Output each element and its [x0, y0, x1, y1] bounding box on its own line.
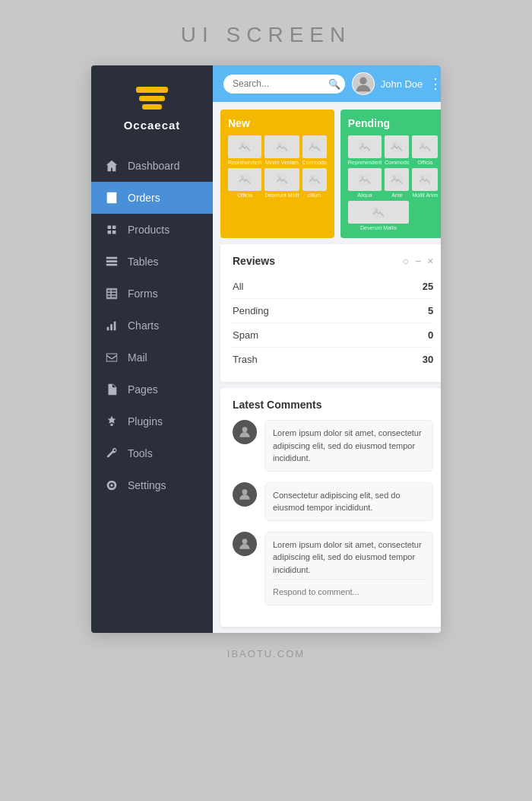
sidebar-item-products[interactable]: Products	[91, 214, 213, 246]
nav-list: Dashboard Orders Products	[91, 150, 213, 501]
card-img-item: Commodo	[385, 135, 409, 165]
card-img-item: cillum	[302, 168, 327, 198]
review-label-trash: Trash	[233, 354, 258, 365]
sidebar-label-dashboard: Dashboard	[128, 160, 180, 172]
card-img-item: Officia	[412, 135, 438, 165]
svg-point-36	[421, 176, 424, 179]
card-img-placeholder	[302, 135, 327, 158]
search-icon: 🔍	[328, 78, 340, 90]
search-box[interactable]: 🔍	[223, 75, 345, 94]
svg-point-38	[375, 208, 378, 211]
sidebar-label-charts: Charts	[128, 319, 159, 332]
mail-icon	[105, 351, 119, 364]
logo-text: Occaecat	[124, 119, 181, 132]
cards-row: New Reprehenderit Minim Veni	[213, 102, 441, 244]
tables-icon	[105, 255, 119, 269]
respond-area[interactable]	[273, 579, 425, 599]
card-img-placeholder	[385, 135, 409, 158]
comments-title: Latest Comments	[233, 399, 433, 411]
comment-bubble-3: Lorem ipsum dolor sit amet, consectetur …	[264, 532, 433, 606]
logo-stripe-1	[136, 87, 168, 93]
svg-point-12	[359, 78, 366, 84]
review-count-pending: 5	[428, 305, 433, 316]
card-pending[interactable]: Pending Reprehenderit Commod	[340, 110, 441, 238]
svg-point-30	[421, 143, 424, 146]
review-row-trash: Trash 30	[233, 348, 433, 371]
card-img-caption: Deverunt Mallis	[348, 225, 410, 230]
more-options-icon[interactable]: ⋮	[429, 75, 441, 92]
card-img-caption: Mollit Anim	[412, 192, 438, 198]
svg-rect-7	[107, 327, 109, 331]
card-img-placeholder	[348, 201, 410, 224]
sidebar-label-products: Products	[128, 224, 169, 236]
svg-point-20	[241, 176, 244, 179]
settings-icon	[105, 478, 119, 492]
comment-item-3: Lorem ipsum dolor sit amet, consectetur …	[233, 532, 433, 606]
comment-item-1: Lorem ipsum dolor sit amet, consectetur …	[233, 420, 433, 472]
card-img-placeholder	[412, 135, 438, 158]
card-img-placeholder	[302, 168, 327, 191]
comments-section: Latest Comments Lorem ipsum dolor sit am…	[220, 388, 441, 627]
svg-rect-2	[109, 197, 114, 198]
comment-avatar-1	[233, 420, 257, 444]
card-img-caption: cillum	[302, 192, 327, 198]
card-img-placeholder	[264, 168, 299, 191]
card-pending-images: Reprehenderit Commodo Offi	[348, 135, 439, 230]
card-img-caption: Reprehenderit	[228, 160, 261, 165]
card-img-placeholder	[228, 135, 261, 158]
comment-bubble-1: Lorem ipsum dolor sit amet, consectetur …	[264, 420, 433, 472]
forms-icon	[105, 287, 119, 300]
svg-point-26	[361, 143, 364, 146]
card-img-caption: Deserunt Molit	[264, 192, 299, 198]
card-img-caption: Officia	[228, 192, 261, 198]
home-icon	[105, 159, 119, 173]
sidebar-item-tables[interactable]: Tables	[91, 246, 213, 278]
svg-rect-8	[110, 324, 112, 330]
sidebar-label-tools: Tools	[128, 447, 153, 459]
review-label-all: All	[233, 281, 243, 292]
minimize-control[interactable]: −	[415, 255, 421, 267]
sidebar-item-tools[interactable]: Tools	[91, 437, 213, 469]
search-input[interactable]	[233, 78, 324, 89]
comment-bubble-2: Consectetur adipiscing elit, sed do eius…	[264, 482, 433, 521]
card-img-item: Reprehenderit	[348, 135, 382, 165]
svg-point-40	[242, 489, 248, 494]
svg-rect-1	[109, 195, 114, 195]
card-img-placeholder	[385, 168, 409, 191]
sidebar-label-tables: Tables	[128, 256, 158, 268]
sidebar-item-charts[interactable]: Charts	[91, 310, 213, 342]
sidebar-item-pages[interactable]: Pages	[91, 373, 213, 405]
svg-rect-3	[109, 199, 112, 200]
card-new[interactable]: New Reprehenderit Minim Veni	[220, 110, 334, 238]
sidebar-item-settings[interactable]: Settings	[91, 469, 213, 501]
card-img-item: Reprehenderit	[228, 135, 261, 165]
respond-input[interactable]	[273, 587, 425, 596]
comment-avatar-2	[233, 482, 257, 507]
card-img-item: Minim Veniam	[264, 135, 299, 165]
card-img-caption: Officia	[412, 160, 438, 165]
circle-control[interactable]: ○	[402, 255, 408, 267]
main-content: 🔍 John Doe ⋮	[213, 65, 441, 633]
sidebar-item-orders[interactable]: Orders	[91, 182, 213, 214]
card-img-item: Mollit Anim	[412, 168, 438, 198]
comment-text-1: Lorem ipsum dolor sit amet, consectetur …	[273, 428, 422, 462]
card-img-placeholder	[412, 168, 438, 191]
reviews-header: Reviews ○ − ×	[233, 255, 433, 267]
review-label-spam: Spam	[233, 329, 258, 341]
close-control[interactable]: ×	[427, 255, 433, 267]
card-img-caption: Reprehenderit	[348, 160, 382, 165]
review-count-spam: 0	[428, 329, 433, 341]
svg-point-22	[278, 176, 281, 179]
sidebar-item-mail[interactable]: Mail	[91, 342, 213, 373]
sidebar-item-plugins[interactable]: Plugins	[91, 405, 213, 437]
page-wrapper: UI SCREEN Occaecat Dashboard	[0, 0, 532, 801]
comment-item-2: Consectetur adipiscing elit, sed do eius…	[233, 482, 433, 521]
svg-point-39	[242, 427, 248, 432]
sidebar-item-dashboard[interactable]: Dashboard	[91, 150, 213, 182]
page-title: UI SCREEN	[181, 23, 351, 47]
comment-text-2: Consectetur adipiscing elit, sed do eius…	[273, 491, 401, 513]
sidebar-item-forms[interactable]: Forms	[91, 278, 213, 310]
card-img-caption: Commodo	[302, 160, 327, 165]
logo-stripe-3	[142, 104, 162, 110]
svg-point-28	[393, 143, 396, 146]
